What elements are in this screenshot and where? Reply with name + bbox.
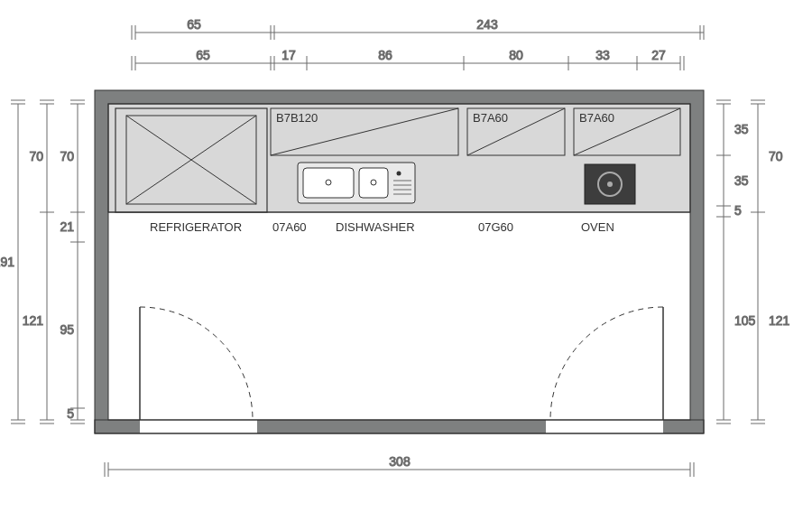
upper-cabinet-2: B7A60 [467, 108, 565, 155]
upper-cabinet-1: B7B120 [271, 108, 458, 155]
dimensions-top-row2: 65 17 86 80 33 27 [132, 48, 684, 70]
cooktop [585, 164, 635, 204]
label-07g60: 07G60 [478, 220, 513, 234]
dim-top2-b: 17 [281, 48, 296, 62]
dimensions-right: 35 35 5 105 70 121 [716, 100, 790, 424]
svg-rect-6 [95, 420, 140, 433]
dim-top1-a: 65 [187, 17, 201, 32]
dim-right-35a: 35 [734, 122, 749, 136]
refrigerator [115, 108, 267, 212]
upper-cabinet-3: B7A60 [574, 108, 680, 155]
dim-left-70b: 70 [60, 149, 74, 163]
dim-left-5: 5 [67, 406, 74, 421]
dimensions-top-row1: 65 243 [132, 17, 704, 40]
svg-point-28 [397, 172, 401, 176]
dimension-bottom: 308 [105, 454, 694, 477]
dim-right-105: 105 [734, 313, 756, 328]
svg-rect-24 [303, 168, 354, 198]
label-dishwasher: DISHWASHER [336, 220, 415, 234]
label-oven: OVEN [581, 220, 614, 234]
svg-rect-8 [663, 420, 704, 433]
dim-left-70: 70 [29, 149, 43, 163]
label-refrigerator: REFRIGERATOR [150, 220, 242, 234]
dim-top2-d: 80 [509, 48, 523, 62]
upper-cabinet-3-label: B7A60 [579, 111, 614, 125]
dim-left-121: 121 [23, 313, 44, 328]
dim-right-5: 5 [734, 203, 742, 218]
sink [298, 163, 415, 203]
dim-left-95: 95 [60, 322, 74, 337]
svg-rect-5 [546, 420, 663, 433]
dimensions-left: 191 70 121 70 21 95 5 [0, 100, 85, 424]
upper-cabinet-2-label: B7A60 [473, 111, 508, 125]
svg-rect-26 [359, 168, 388, 198]
dim-right-121: 121 [769, 313, 790, 328]
label-07a60-1: 07A60 [272, 220, 307, 234]
dim-top1-b: 243 [476, 17, 498, 32]
dim-top2-f: 27 [651, 48, 666, 62]
dim-top2-a: 65 [196, 48, 210, 62]
svg-rect-4 [140, 420, 257, 433]
dim-left-21: 21 [60, 219, 74, 234]
dim-left-191: 191 [0, 255, 14, 269]
upper-cabinet-1-label: B7B120 [276, 111, 318, 125]
dim-bottom: 308 [389, 454, 411, 469]
dim-top2-e: 33 [595, 48, 610, 62]
dim-right-70: 70 [769, 149, 783, 163]
dim-top2-c: 86 [378, 48, 392, 62]
kitchen-floorplan: B7B120 B7A60 B7A60 REFRIGERATOR 07A [0, 0, 812, 512]
svg-rect-7 [257, 420, 546, 433]
dim-right-35b: 35 [734, 173, 749, 188]
svg-point-35 [607, 182, 613, 187]
